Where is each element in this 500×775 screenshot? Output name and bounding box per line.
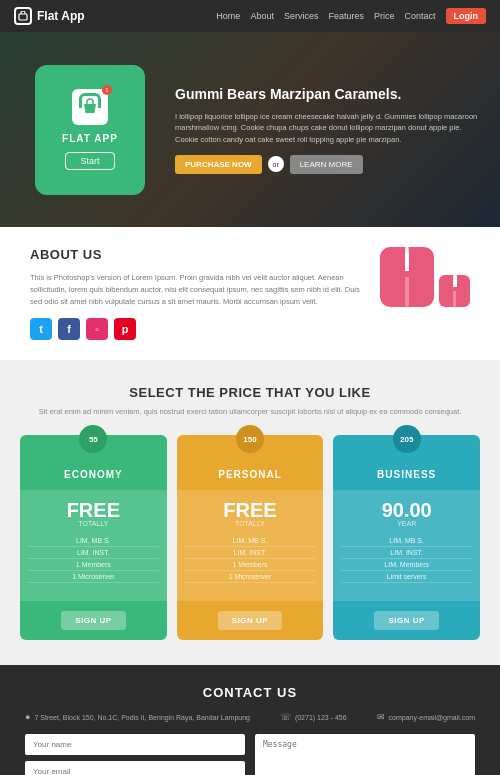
- nav-services[interactable]: Services: [284, 11, 319, 21]
- app-bag-icon: 1: [72, 89, 108, 125]
- economy-footer: SIGN UP: [20, 601, 167, 640]
- feature-item: LIM. INST.: [341, 547, 472, 559]
- pricing-section: SELECT THE PRICE THAT YOU LIKE Sit erat …: [0, 360, 500, 665]
- hero-app-name: FLAT APP: [62, 133, 118, 144]
- email-icon: ✉: [377, 712, 385, 722]
- personal-price-label: TOTALLY: [185, 520, 316, 527]
- pinterest-icon[interactable]: p: [114, 318, 136, 340]
- nav-features[interactable]: Features: [328, 11, 364, 21]
- contact-form-right: [255, 734, 475, 775]
- notification-badge: 1: [102, 85, 112, 95]
- business-price-label: YEAR: [341, 520, 472, 527]
- economy-price-label: TOTALLY: [28, 520, 159, 527]
- personal-price: FREE: [185, 500, 316, 520]
- contact-phone: ☏ (0271) 123 - 456: [280, 712, 347, 722]
- bag-handle-large: [405, 243, 409, 271]
- contact-form-left: Choose your Subject ▼ SUBMIT: [25, 734, 245, 775]
- business-features: LIM. MB S. LIM. INST. LIM. Members Limit…: [341, 535, 472, 583]
- nav-links: Home About Services Features Price Conta…: [216, 8, 486, 24]
- personal-body: FREE TOTALLY LIM. MB S. LIM. INST. 1 Mem…: [177, 490, 324, 601]
- phone-icon: ☏: [280, 712, 291, 722]
- hero-buttons: PURCHASE NOW or LEARN MORE: [175, 155, 480, 174]
- hero-section: 1 FLAT APP Start Gummi Bears Marzipan Ca…: [0, 32, 500, 227]
- learn-more-button[interactable]: LEARN MORE: [290, 155, 363, 174]
- svg-rect-0: [19, 14, 27, 20]
- economy-price: FREE: [28, 500, 159, 520]
- feature-item: LIM. INST.: [28, 547, 159, 559]
- contact-email: ✉ company-email@gmail.com: [377, 712, 475, 722]
- economy-header: ECONOMY: [20, 451, 167, 490]
- contact-title: CONTACT US: [25, 685, 475, 700]
- address-text: 7 Street, Block 150, No.1C, Podis II, Be…: [34, 714, 250, 721]
- contact-address: ● 7 Street, Block 150, No.1C, Podis II, …: [25, 712, 250, 722]
- feature-item: 1 Members: [185, 559, 316, 571]
- business-card: 205 BUSINESS 90.00 YEAR LIM. MB S. LIM. …: [333, 435, 480, 640]
- personal-signup-button[interactable]: SIGN UP: [218, 611, 282, 630]
- phone-mockup: 1 FLAT APP Start: [35, 65, 145, 195]
- feature-item: Limit servers: [341, 571, 472, 583]
- login-button[interactable]: Login: [446, 8, 487, 24]
- purchase-button[interactable]: PURCHASE NOW: [175, 155, 262, 174]
- phone-text: (0271) 123 - 456: [295, 714, 347, 721]
- economy-signup-button[interactable]: SIGN UP: [61, 611, 125, 630]
- personal-plan-name: PERSONAL: [185, 469, 316, 480]
- contact-section: CONTACT US ● 7 Street, Block 150, No.1C,…: [0, 665, 500, 775]
- nav-about[interactable]: About: [250, 11, 274, 21]
- pricing-cards: 55 ECONOMY FREE TOTALLY LIM. MB S. LIM. …: [20, 435, 480, 640]
- pricing-title: SELECT THE PRICE THAT YOU LIKE: [20, 385, 480, 400]
- feature-item: LIM. Members: [341, 559, 472, 571]
- about-section: ABOUT US This is Photoshop's version of …: [0, 227, 500, 360]
- brand-name: Flat App: [37, 9, 85, 23]
- business-footer: SIGN UP: [333, 601, 480, 640]
- contact-form: Choose your Subject ▼ SUBMIT: [25, 734, 475, 775]
- pricing-subtitle: Sit erat enim ad minim veniam, quis nost…: [20, 406, 480, 417]
- hero-headline: Gummi Bears Marzipan Caramels.: [175, 85, 480, 103]
- economy-badge: 55: [79, 425, 107, 453]
- app-icon: [14, 7, 32, 25]
- business-signup-button[interactable]: SIGN UP: [374, 611, 438, 630]
- nav-home[interactable]: Home: [216, 11, 240, 21]
- contact-info: ● 7 Street, Block 150, No.1C, Podis II, …: [25, 712, 475, 722]
- economy-card: 55 ECONOMY FREE TOTALLY LIM. MB S. LIM. …: [20, 435, 167, 640]
- nav-price[interactable]: Price: [374, 11, 395, 21]
- business-header: BUSINESS: [333, 451, 480, 490]
- email-text: company-email@gmail.com: [389, 714, 475, 721]
- hero-right: Gummi Bears Marzipan Caramels. I lollipo…: [160, 85, 480, 174]
- business-badge: 205: [393, 425, 421, 453]
- about-left: ABOUT US This is Photoshop's version of …: [30, 247, 360, 340]
- message-textarea[interactable]: [255, 734, 475, 775]
- instagram-icon[interactable]: ◦: [86, 318, 108, 340]
- email-input[interactable]: [25, 761, 245, 775]
- feature-item: LIM. MB S.: [341, 535, 472, 547]
- facebook-icon[interactable]: f: [58, 318, 80, 340]
- economy-body: FREE TOTALLY LIM. MB S. LIM. INST. 1 Mem…: [20, 490, 167, 601]
- or-divider: or: [268, 156, 284, 172]
- personal-badge: 150: [236, 425, 264, 453]
- nav-contact[interactable]: Contact: [404, 11, 435, 21]
- name-input[interactable]: [25, 734, 245, 755]
- about-right: [380, 247, 470, 307]
- feature-item: LIM. INST.: [185, 547, 316, 559]
- personal-card: 150 PERSONAL FREE TOTALLY LIM. MB S. LIM…: [177, 435, 324, 640]
- feature-item: LIM. MB S.: [185, 535, 316, 547]
- about-description: This is Photoshop's version of Lorem Ips…: [30, 272, 360, 308]
- about-title: ABOUT US: [30, 247, 360, 262]
- personal-features: LIM. MB S. LIM. INST. 1 Members 1 Micros…: [185, 535, 316, 583]
- brand: Flat App: [14, 7, 85, 25]
- feature-item: LIM. MB S.: [28, 535, 159, 547]
- start-button[interactable]: Start: [65, 152, 114, 170]
- hero-description: I lollipop liquorice lollipop ice cream …: [175, 111, 480, 145]
- large-bag-icon: [380, 247, 434, 307]
- economy-features: LIM. MB S. LIM. INST. 1 Members 1 Micros…: [28, 535, 159, 583]
- feature-item: 1 Microserver: [28, 571, 159, 583]
- business-plan-name: BUSINESS: [341, 469, 472, 480]
- feature-item: 1 Microserver: [185, 571, 316, 583]
- economy-plan-name: ECONOMY: [28, 469, 159, 480]
- twitter-icon[interactable]: t: [30, 318, 52, 340]
- business-price: 90.00: [341, 500, 472, 520]
- location-icon: ●: [25, 712, 30, 722]
- hero-left: 1 FLAT APP Start: [20, 65, 160, 195]
- personal-footer: SIGN UP: [177, 601, 324, 640]
- navbar: Flat App Home About Services Features Pr…: [0, 0, 500, 32]
- feature-item: 1 Members: [28, 559, 159, 571]
